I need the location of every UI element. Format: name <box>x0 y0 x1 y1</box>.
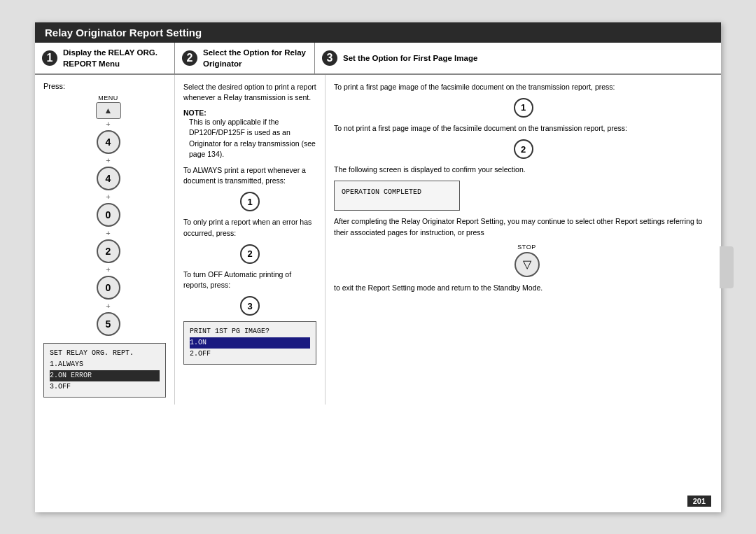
off-text: To turn OFF Automatic printing of report… <box>183 269 316 290</box>
screen-display-2: PRINT 1ST PG IMAGE? 1.ON 2.OFF <box>183 321 316 365</box>
plus-1: + <box>106 120 110 128</box>
col3-no-print-text: To not print a first page image of the f… <box>334 123 713 134</box>
screen2-line-3: 2.OFF <box>190 350 211 358</box>
stop-button-area: STOP ▽ <box>341 244 713 277</box>
screen2-line-1: PRINT 1ST PG IMAGE? <box>190 328 270 335</box>
main-page: Relay Originator Report Setting 1 Displa… <box>35 22 721 512</box>
step-number-3: 3 <box>322 50 337 66</box>
error-text: To only print a report when an error has… <box>183 217 316 238</box>
stop-button[interactable]: ▽ <box>514 252 540 277</box>
screen2-line-2-highlight: 1.ON <box>190 337 310 349</box>
plus-4: + <box>106 229 110 237</box>
col3-circle-1: 1 <box>514 98 533 118</box>
always-text: To ALWAYS print a report whenever a docu… <box>183 165 316 186</box>
col3-print-text: To print a first page image of the facsi… <box>334 82 713 92</box>
step-title-2: Select the Option for Relay Originator <box>203 47 307 69</box>
btn-5[interactable]: 5 <box>97 312 120 336</box>
note-text: This is only applicable if the DP120F/DP… <box>183 117 316 160</box>
col3-following-text: The following screen is displayed to con… <box>334 164 713 175</box>
plus-2: + <box>106 156 110 164</box>
btn-0-1[interactable]: 0 <box>97 203 120 227</box>
btn-0-2[interactable]: 0 <box>97 276 120 300</box>
btn-2[interactable]: 2 <box>97 239 120 263</box>
content-area: Press: MENU + 4 + 4 + 0 + 2 + 0 + 5 SET … <box>35 74 721 405</box>
right-tab <box>720 246 734 288</box>
page-title: Relay Originator Report Setting <box>35 22 721 43</box>
column-1: Press: MENU + 4 + 4 + 0 + 2 + 0 + 5 SET … <box>35 75 175 405</box>
col3-after-text: After completing the Relay Originator Re… <box>334 216 713 237</box>
operation-completed-box: OPERATION COMPLETED <box>334 181 460 211</box>
screen-line-2: 1.ALWAYS <box>50 360 83 368</box>
operation-completed-text: OPERATION COMPLETED <box>342 188 421 196</box>
menu-button[interactable] <box>96 102 121 119</box>
title-text: Relay Originator Report Setting <box>45 27 202 38</box>
menu-label: MENU <box>98 94 118 101</box>
note-section: NOTE: This is only applicable if the DP1… <box>183 108 316 160</box>
circle-2: 2 <box>240 244 260 264</box>
stop-label: STOP <box>517 244 536 251</box>
screen-line-3-highlight: 2.ON ERROR <box>50 370 160 381</box>
page-number: 201 <box>687 496 711 507</box>
step-header-2: 2 Select the Option for Relay Originator <box>175 43 315 73</box>
col2-intro-text: Select the desired option to print a rep… <box>183 82 316 103</box>
step-number-1: 1 <box>42 50 57 66</box>
column-2: Select the desired option to print a rep… <box>175 75 326 405</box>
plus-6: + <box>106 302 110 310</box>
btn-4-2[interactable]: 4 <box>97 167 120 190</box>
note-label: NOTE: <box>183 108 206 117</box>
plus-5: + <box>106 265 110 274</box>
circle-1: 1 <box>240 192 260 211</box>
button-diagram: MENU + 4 + 4 + 0 + 2 + 0 + 5 <box>50 94 166 337</box>
step-header-3: 3 Set the Option for First Page Image <box>315 43 721 73</box>
column-3: To print a first page image of the facsi… <box>326 75 721 405</box>
step-header-1: 1 Display the RELAY ORG. REPORT Menu <box>35 43 175 73</box>
steps-header: 1 Display the RELAY ORG. REPORT Menu 2 S… <box>35 43 721 74</box>
press-label: Press: <box>43 82 166 90</box>
plus-3: + <box>106 192 110 201</box>
circle-3: 3 <box>240 296 260 316</box>
screen-line-1: SET RELAY ORG. REPT. <box>50 349 134 357</box>
col3-exit-text: to exit the Report Setting mode and retu… <box>334 283 713 293</box>
step-title-3: Set the Option for First Page Image <box>343 52 477 64</box>
screen-display-1: SET RELAY ORG. REPT. 1.ALWAYS 2.ON ERROR… <box>43 343 166 398</box>
step-number-2: 2 <box>182 50 197 66</box>
btn-4-1[interactable]: 4 <box>97 130 120 154</box>
step-title-1: Display the RELAY ORG. REPORT Menu <box>63 47 167 69</box>
col3-circle-2: 2 <box>514 139 533 159</box>
screen-line-4: 3.OFF <box>50 383 71 391</box>
